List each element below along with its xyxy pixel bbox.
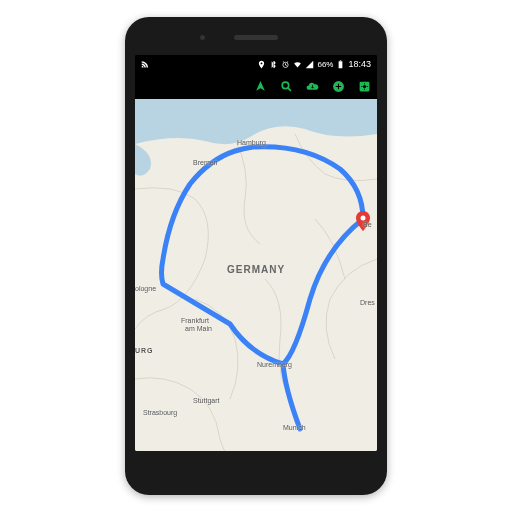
screen: 66% 18:43 — [135, 55, 377, 451]
city-munich: Munich — [283, 424, 306, 431]
city-bremen: Bremen — [193, 159, 218, 166]
city-strasbourg: Strasbourg — [143, 409, 177, 416]
wifi-icon — [293, 60, 302, 69]
city-frankfurt: Frankfurt — [181, 317, 209, 324]
alarm-icon — [281, 60, 290, 69]
location-icon — [257, 60, 266, 69]
app-toolbar — [135, 73, 377, 99]
battery-percent: 66% — [317, 60, 333, 69]
label-urg: URG — [135, 347, 154, 354]
city-frankfurt-sub: am Main — [185, 325, 212, 332]
battery-icon — [336, 60, 345, 69]
svg-point-6 — [363, 84, 366, 87]
signal-icon — [305, 60, 314, 69]
settings-icon[interactable] — [358, 80, 371, 93]
clock-time: 18:43 — [348, 59, 371, 69]
svg-point-3 — [282, 82, 289, 89]
cast-icon — [141, 60, 150, 69]
search-icon[interactable] — [280, 80, 293, 93]
status-bar: 66% 18:43 — [135, 55, 377, 73]
svg-rect-2 — [340, 60, 342, 61]
svg-rect-1 — [339, 61, 343, 68]
map-svg — [135, 99, 377, 451]
city-berlin: Be — [363, 221, 372, 228]
phone-earpiece — [234, 35, 278, 40]
map-canvas[interactable]: Hamburg Bremen Be ologne Frankfurt am Ma… — [135, 99, 377, 451]
city-stuttgart: Stuttgart — [193, 397, 219, 404]
city-cologne: ologne — [135, 285, 156, 292]
add-icon[interactable] — [332, 80, 345, 93]
svg-point-8 — [361, 216, 366, 221]
svg-rect-7 — [135, 99, 377, 451]
city-dresden: Dres — [360, 299, 375, 306]
country-label: GERMANY — [227, 264, 285, 275]
navigate-icon[interactable] — [254, 80, 267, 93]
phone-frame: 66% 18:43 — [125, 17, 387, 495]
city-nuremberg: Nuremberg — [257, 361, 292, 368]
city-hamburg: Hamburg — [237, 139, 266, 146]
download-icon[interactable] — [306, 80, 319, 93]
bluetooth-icon — [269, 60, 278, 69]
